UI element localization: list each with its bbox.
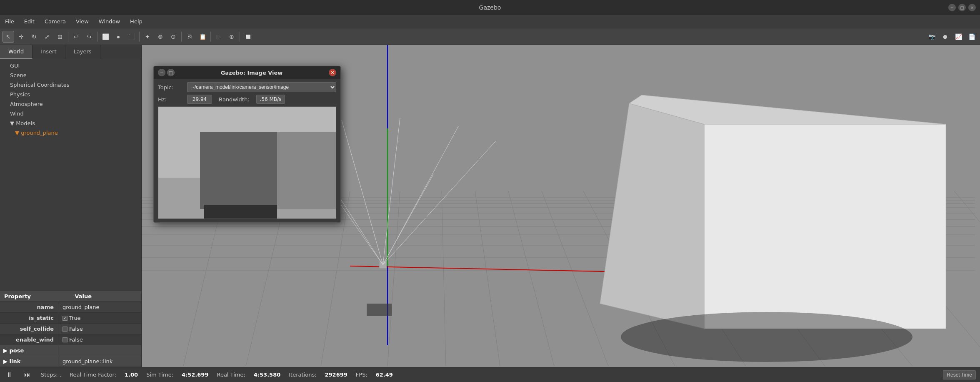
dialog-hz-row: Hz: 29.94 Bandwidth: .56 MB/s [158, 95, 336, 104]
tab-world[interactable]: World [0, 45, 32, 59]
fps-value: 62.49 [376, 372, 393, 378]
select-tool-button[interactable]: ↖ [2, 31, 14, 43]
menu-edit[interactable]: Edit [22, 18, 36, 25]
dialog-title: Gazebo: Image View [175, 70, 329, 76]
rtf-value: 1.00 [125, 372, 138, 378]
topic-label: Topic: [158, 84, 187, 90]
tree-item-ground-plane[interactable]: ▼ ground_plane [0, 128, 141, 138]
menu-view[interactable]: View [74, 18, 90, 25]
toolbar-right: 📷 ⏺ 📈 📄 [926, 31, 978, 43]
prop-val-self-collide: False [58, 324, 141, 334]
tree-item-models[interactable]: ▼ Models [0, 118, 141, 128]
svg-point-40 [621, 312, 912, 362]
reset-time-button[interactable]: Reset Time [943, 370, 976, 379]
dialog-body: Topic: ~/camera_model/link/camera_sensor… [154, 79, 340, 222]
prop-col-value: Value [71, 291, 142, 302]
enable-wind-checkbox[interactable] [62, 337, 68, 342]
camera-image-view [158, 106, 336, 219]
status-right: Reset Time [943, 370, 976, 379]
dialog-maximize-button[interactable]: □ [167, 69, 175, 76]
prop-row-link[interactable]: ▶ link ground_plane::link [0, 356, 141, 367]
align-tool-button[interactable]: ⊢ [213, 31, 225, 43]
tree-item-physics[interactable]: Physics [0, 90, 141, 99]
prop-col-property: Property [0, 291, 71, 302]
tab-layers[interactable]: Layers [65, 45, 100, 59]
title-bar: Gazebo ─ □ ✕ [0, 0, 980, 15]
prop-row-enable-wind: enable_wind False [0, 334, 141, 345]
toolbar: ↖ ✛ ↻ ⤢ ⊞ ↩ ↪ ⬜ ● ⬛ ✦ ⊛ ⊙ ⎘ 📋 ⊢ ⊕ 🔲 📷 ⏺ … [0, 28, 980, 45]
tree-item-spherical-coords[interactable]: Spherical Coordinates [0, 80, 141, 90]
undo-button[interactable]: ↩ [70, 31, 82, 43]
prop-row-is-static: is_static ✓ True [0, 313, 141, 324]
tree-item-atmosphere[interactable]: Atmosphere [0, 99, 141, 109]
tree-item-wind[interactable]: Wind [0, 109, 141, 118]
log-right-button[interactable]: 📄 [966, 31, 978, 43]
hz-label: Hz: [158, 96, 187, 103]
prop-val-pose [58, 345, 141, 356]
origin-tool-button[interactable]: ⊕ [226, 31, 238, 43]
prop-key-pose: ▶ pose [0, 345, 58, 356]
record-right-button[interactable]: ⏺ [939, 31, 951, 43]
spotdir-tool-button[interactable]: ⊙ [168, 31, 179, 43]
redo-button[interactable]: ↪ [83, 31, 95, 43]
bandwidth-value: .56 MB/s [256, 95, 285, 104]
tree-item-gui[interactable]: GUI [0, 61, 141, 70]
pause-button[interactable]: ⏸ [4, 370, 14, 379]
menu-file[interactable]: File [3, 18, 16, 25]
self-collide-checkbox[interactable] [62, 327, 68, 332]
tab-insert[interactable]: Insert [32, 45, 65, 59]
toolbar-separator-2 [97, 32, 98, 42]
cylinder-tool-button[interactable]: ⬛ [125, 31, 137, 43]
dialog-close-control: ✕ [329, 69, 336, 76]
translate-tool-button[interactable]: ✛ [15, 31, 27, 43]
menu-bar: File Edit Camera View Window Help [0, 15, 980, 28]
rotate-tool-button[interactable]: ↻ [28, 31, 40, 43]
sphere-tool-button[interactable]: ● [112, 31, 124, 43]
box-tool-button[interactable]: ⬜ [100, 31, 111, 43]
panel-tabs: World Insert Layers [0, 45, 141, 59]
menu-camera[interactable]: Camera [43, 18, 68, 25]
tree-item-scene[interactable]: Scene [0, 70, 141, 80]
chart-right-button[interactable]: 📈 [952, 31, 964, 43]
prop-key-enable-wind: enable_wind [0, 334, 58, 345]
prop-key-name: name [0, 302, 58, 312]
minimize-button[interactable]: ─ [948, 4, 956, 11]
prop-row-pose[interactable]: ▶ pose [0, 345, 141, 356]
dialog-close-button[interactable]: ✕ [329, 69, 336, 76]
paste-tool-button[interactable]: 📋 [197, 31, 208, 43]
dialog-minimize-button[interactable]: ─ [158, 69, 165, 76]
close-button[interactable]: ✕ [968, 4, 976, 11]
steps-label: Steps: . [41, 372, 61, 378]
sim-time-value: 4:52.699 [182, 372, 208, 378]
dialog-topic-row: Topic: ~/camera_model/link/camera_sensor… [158, 82, 336, 92]
menu-window[interactable]: Window [97, 18, 122, 25]
bandwidth-label: Bandwidth: [219, 96, 250, 103]
toolbar-separator-1 [68, 32, 68, 42]
copy-tool-button[interactable]: ⎘ [184, 31, 195, 43]
svg-rect-46 [277, 132, 336, 209]
toolbar-separator-4 [181, 32, 182, 42]
scale-tool-button[interactable]: ⤢ [41, 31, 53, 43]
snap-tool-button[interactable]: ⊞ [54, 31, 66, 43]
toolbar-separator-3 [139, 32, 140, 42]
menu-help[interactable]: Help [128, 18, 144, 25]
topic-select[interactable]: ~/camera_model/link/camera_sensor/image [187, 82, 336, 92]
step-button[interactable]: ⏭ [22, 370, 32, 379]
screenshot-right-button[interactable]: 📷 [926, 31, 938, 43]
prop-header: Property Value [0, 291, 141, 302]
dialog-controls: ─ □ [158, 69, 175, 76]
properties-table: Property Value name ground_plane is_stat… [0, 291, 141, 367]
pointlight-tool-button[interactable]: ⊛ [155, 31, 166, 43]
svg-rect-44 [200, 132, 277, 209]
prop-key-is-static: is_static [0, 313, 58, 323]
screenshot-tool-button[interactable]: 🔲 [242, 31, 254, 43]
iterations-label: Iterations: [289, 372, 316, 378]
tree-area[interactable]: GUI Scene Spherical Coordinates Physics … [0, 59, 141, 291]
prop-row-self-collide: self_collide False [0, 324, 141, 334]
is-static-checkbox[interactable]: ✓ [62, 316, 68, 321]
viewport-3d[interactable]: ─ □ Gazebo: Image View ✕ Topic: ~/camera… [142, 45, 980, 367]
maximize-button[interactable]: □ [958, 4, 966, 11]
prop-val-name: ground_plane [58, 302, 141, 312]
real-time-label: Real Time: [217, 372, 245, 378]
sun-tool-button[interactable]: ✦ [142, 31, 153, 43]
